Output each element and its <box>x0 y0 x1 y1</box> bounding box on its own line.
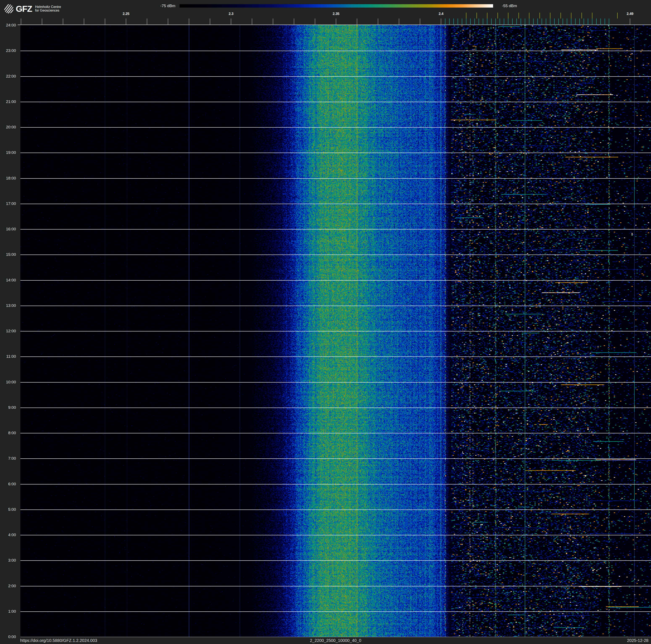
ble-channel-tick <box>521 19 521 25</box>
wifi-channel-tick <box>560 12 561 19</box>
ble-channel-tick <box>508 19 508 25</box>
freq-minor-tick <box>378 19 378 25</box>
gfz-wordmark: GFZ <box>16 4 32 14</box>
ble-channel-tick <box>541 19 542 25</box>
freq-minor-tick <box>63 19 63 25</box>
gfz-globe-icon <box>4 4 14 14</box>
ble-channel-tick <box>445 19 445 25</box>
ble-channel-tick <box>529 19 529 25</box>
ble-channel-tick <box>609 19 609 25</box>
freq-minor-tick <box>84 19 84 25</box>
freq-minor-tick <box>252 19 252 25</box>
wifi-channel-tick <box>466 12 466 19</box>
wifi-channel-tick <box>519 12 519 19</box>
ble-channel-tick <box>449 19 450 25</box>
ble-channel-tick <box>600 19 601 25</box>
freq-minor-tick <box>294 19 294 25</box>
freq-minor-tick <box>21 19 21 25</box>
gfz-org-line2: for Geosciences <box>35 9 61 12</box>
date-label: 2025-12-28 <box>627 638 649 643</box>
time-tick-label: 21:00 <box>0 99 16 104</box>
ble-channel-tick <box>491 19 492 25</box>
time-tick-label: 24:00 <box>0 23 16 28</box>
time-tick-label: 13:00 <box>0 303 16 308</box>
time-tick-label: 8:00 <box>0 431 16 435</box>
ble-channel-tick <box>504 19 504 25</box>
time-tick-label: 14:00 <box>0 278 16 283</box>
ble-channel-tick <box>525 19 525 25</box>
freq-minor-tick <box>189 19 189 25</box>
wifi-channel-tick <box>550 12 550 19</box>
wifi-channel-tick <box>476 12 477 19</box>
time-tick-label: 3:00 <box>0 558 16 563</box>
ble-channel-tick <box>458 19 458 25</box>
ble-channel-tick <box>466 19 466 25</box>
ble-channel-tick <box>584 19 584 25</box>
freq-minor-tick <box>210 19 210 25</box>
ble-channel-tick <box>474 19 475 25</box>
freq-minor-tick <box>399 19 399 25</box>
ble-channel-tick <box>500 19 500 25</box>
spectrogram-heatmap <box>20 25 651 637</box>
freq-minor-tick <box>231 19 231 25</box>
ble-channel-tick <box>588 19 588 25</box>
colorbar <box>180 4 493 7</box>
doi-link[interactable]: https://doi.org/10.5880/GFZ.1.2.2024.003 <box>20 638 97 643</box>
ble-channel-tick <box>575 19 576 25</box>
ble-channel-tick <box>517 19 517 25</box>
colorbar-min-label: -75 dBm <box>156 4 175 8</box>
ble-channel-tick <box>563 19 563 25</box>
ble-channel-tick <box>571 19 571 25</box>
ble-channel-tick <box>604 19 605 25</box>
time-tick-label: 11:00 <box>0 354 16 359</box>
ble-channel-tick <box>546 19 546 25</box>
freq-minor-tick <box>105 19 105 25</box>
ble-channel-tick <box>454 19 454 25</box>
wifi-channel-tick <box>582 12 582 19</box>
ble-channel-tick <box>487 19 488 25</box>
ble-channel-tick <box>483 19 483 25</box>
freq-minor-tick <box>273 19 273 25</box>
time-tick-label: 22:00 <box>0 74 16 79</box>
time-tick-label: 2:00 <box>0 584 16 588</box>
ble-channel-tick <box>537 19 538 25</box>
time-tick-label: 10:00 <box>0 380 16 384</box>
time-tick-label: 18:00 <box>0 176 16 180</box>
colorbar-max-label: -55 dBm <box>502 4 517 8</box>
wifi-channel-tick <box>508 12 508 19</box>
ble-channel-tick <box>579 19 580 25</box>
freq-minor-tick <box>147 19 147 25</box>
time-tick-label: 5:00 <box>0 507 16 512</box>
dataset-id-label: 2_2200_2500_10000_40_0 <box>310 638 362 643</box>
ble-channel-tick <box>478 19 479 25</box>
freq-tick-label: 2.3 <box>229 12 234 16</box>
time-tick-label: 6:00 <box>0 482 16 486</box>
ble-channel-tick <box>558 19 559 25</box>
time-tick-label: 12:00 <box>0 329 16 333</box>
time-tick-label: 19:00 <box>0 150 16 155</box>
wifi-channel-tick <box>617 12 618 19</box>
freq-tick-label: 2.25 <box>123 12 129 16</box>
ble-channel-tick <box>596 19 597 25</box>
time-tick-label: 7:00 <box>0 456 16 461</box>
freq-tick-label: 2.49 <box>627 12 633 16</box>
time-tick-label: 0:00 <box>0 635 16 639</box>
freq-minor-tick <box>630 19 630 25</box>
time-tick-label: 4:00 <box>0 533 16 537</box>
time-tick-label: 15:00 <box>0 252 16 257</box>
time-tick-label: 1:00 <box>0 609 16 614</box>
gfz-org-name: Helmholtz Centre for Geosciences <box>35 5 61 12</box>
freq-minor-tick <box>357 19 357 25</box>
time-tick-label: 20:00 <box>0 125 16 129</box>
ble-channel-tick <box>550 19 550 25</box>
freq-minor-tick <box>420 19 420 25</box>
freq-minor-tick <box>42 19 42 25</box>
ble-channel-tick <box>462 19 462 25</box>
freq-tick-label: 2.35 <box>333 12 339 16</box>
wifi-channel-tick <box>497 12 498 19</box>
wifi-channel-tick <box>487 12 488 19</box>
ble-channel-tick <box>554 19 555 25</box>
gfz-org-line1: Helmholtz Centre <box>35 5 61 9</box>
freq-minor-tick <box>168 19 168 25</box>
freq-minor-tick <box>126 19 126 25</box>
